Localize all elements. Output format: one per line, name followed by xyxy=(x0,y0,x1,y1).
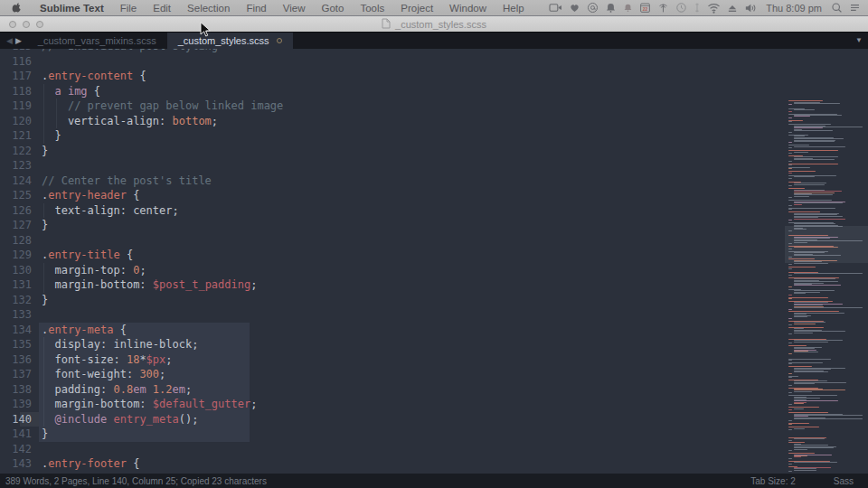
code-line-121: 121 } xyxy=(0,128,868,144)
menu-item-file[interactable]: File xyxy=(112,0,146,16)
minimap-line xyxy=(788,286,792,287)
menu-item-sublime-text[interactable]: Sublime Text xyxy=(32,0,112,16)
minimize-window-button[interactable] xyxy=(23,21,30,28)
menu-item-goto[interactable]: Goto xyxy=(313,0,352,16)
menu-item-find[interactable]: Find xyxy=(238,0,274,16)
minimap-line xyxy=(788,409,792,410)
menu-item-selection[interactable]: Selection xyxy=(179,0,238,16)
line-number: 127 xyxy=(0,218,32,233)
extra-icon[interactable] xyxy=(693,2,701,14)
minimap-line xyxy=(788,427,819,427)
eject-icon[interactable] xyxy=(727,3,738,14)
clock-icon[interactable] xyxy=(675,2,687,14)
minimap-line xyxy=(788,205,792,206)
minimap-line xyxy=(794,141,835,142)
heart-icon[interactable] xyxy=(569,2,580,14)
minimap-line xyxy=(788,373,792,374)
minimap-line xyxy=(788,392,792,393)
minimap-line xyxy=(788,161,792,162)
minimap-line xyxy=(794,316,807,317)
minimap-line xyxy=(788,404,792,405)
menu-item-tools[interactable]: Tools xyxy=(352,0,392,16)
nav-forward-icon[interactable]: ▶ xyxy=(15,33,22,49)
minimap-line xyxy=(788,168,792,169)
minimap-line xyxy=(788,450,792,451)
window-title-bar[interactable]: _custom_styles.scss xyxy=(0,16,868,33)
menu-item-view[interactable]: View xyxy=(275,0,314,16)
search-icon[interactable] xyxy=(831,2,843,14)
minimap-line xyxy=(794,116,810,117)
minimap-line xyxy=(788,429,792,430)
tab-_custom_styles.scss[interactable]: _custom_styles.scss xyxy=(167,33,293,49)
line-code: } xyxy=(42,218,48,233)
close-window-button[interactable] xyxy=(9,21,16,28)
tab-overflow-button[interactable]: ▼ xyxy=(850,33,868,49)
code-line-139: 139 margin-bottom: $default_gutter; xyxy=(0,397,868,412)
tab-size-indicator[interactable]: Tab Size: 2 xyxy=(750,476,795,486)
list-icon[interactable] xyxy=(849,2,861,14)
line-number: 131 xyxy=(0,277,32,293)
nav-back-icon[interactable]: ◀ xyxy=(6,33,13,49)
minimap-line xyxy=(788,295,792,296)
minimap-line xyxy=(794,456,801,457)
minimap-line xyxy=(788,185,792,186)
minimap-line xyxy=(794,159,835,160)
minimap-line xyxy=(788,164,838,164)
code-line-137: 137 font-weight: 300; xyxy=(0,367,868,382)
zoom-window-button[interactable] xyxy=(36,21,43,28)
minimap-line xyxy=(788,104,792,105)
bell-small-icon[interactable] xyxy=(623,3,633,13)
minimap-line xyxy=(794,152,808,153)
wifi-icon[interactable] xyxy=(707,3,721,14)
code-editor[interactable]: 115// Individual post styling116117.entr… xyxy=(0,49,868,474)
minimap-line xyxy=(794,400,838,401)
line-code: } xyxy=(42,427,48,442)
antenna-icon[interactable] xyxy=(657,2,669,14)
code-line-125: 125.entry-header { xyxy=(0,188,868,203)
minimap-line xyxy=(788,420,792,421)
line-number: 123 xyxy=(0,158,32,174)
code-line-129: 129.entry-title { xyxy=(0,248,868,263)
syntax-indicator[interactable]: Sass xyxy=(834,476,854,486)
line-code: margin-top: 0; xyxy=(42,263,146,278)
menu-bar-clock[interactable]: Thu 8:09 pm xyxy=(763,3,825,14)
at-circle-icon[interactable] xyxy=(587,2,599,14)
minimap[interactable] xyxy=(785,98,868,459)
line-number: 129 xyxy=(0,248,32,263)
minimap-line xyxy=(788,100,823,101)
line-code: } xyxy=(42,128,61,144)
menu-item-project[interactable]: Project xyxy=(392,0,441,16)
bell-icon[interactable] xyxy=(605,2,617,14)
apple-menu-icon[interactable] xyxy=(0,2,32,14)
code-line-118: 118 a img { xyxy=(0,84,868,99)
minimap-line xyxy=(794,138,844,139)
minimap-line xyxy=(788,142,792,143)
menu-item-window[interactable]: Window xyxy=(441,0,495,16)
minimap-line xyxy=(794,428,805,429)
screen-record-icon[interactable] xyxy=(549,2,562,14)
minimap-line xyxy=(788,471,792,472)
line-code: margin-bottom: $post_t_padding; xyxy=(42,277,257,293)
unsaved-dot-icon[interactable] xyxy=(277,38,282,43)
menu-item-edit[interactable]: Edit xyxy=(145,0,179,16)
minimap-line xyxy=(788,298,792,299)
tab-_custom_vars_mixins.scss[interactable]: _custom_vars_mixins.scss xyxy=(27,33,167,49)
line-number: 130 xyxy=(0,263,32,278)
code-line-135: 135 display: inline-block; xyxy=(0,337,868,352)
line-code: font-size: 18*$px; xyxy=(42,352,173,368)
minimap-line xyxy=(788,412,828,413)
minimap-line xyxy=(788,147,792,148)
document-proxy-icon[interactable] xyxy=(382,16,391,33)
calendar-icon[interactable]: 22 xyxy=(639,2,651,14)
minimap-viewport[interactable] xyxy=(785,226,868,263)
minimap-line xyxy=(794,348,815,349)
minimap-line xyxy=(794,408,804,409)
minimap-line xyxy=(788,359,831,360)
minimap-line xyxy=(788,362,823,363)
minimap-line xyxy=(788,440,792,441)
menu-item-help[interactable]: Help xyxy=(495,0,533,16)
minimap-line xyxy=(794,204,802,205)
code-line-132: 132} xyxy=(0,293,868,308)
line-number: 120 xyxy=(0,114,32,129)
volume-icon[interactable] xyxy=(744,3,757,14)
